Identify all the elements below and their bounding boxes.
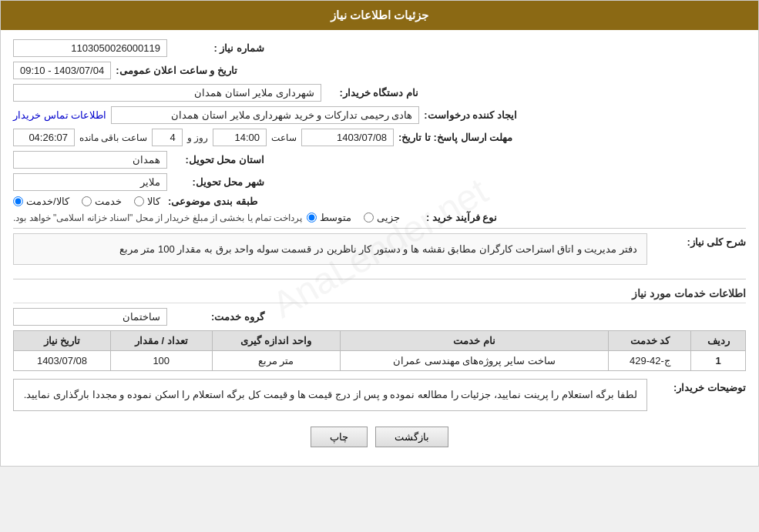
col-unit: واحد اندازه گیری: [212, 331, 340, 351]
back-button[interactable]: بازگشت: [375, 427, 448, 447]
col-qty: تعداد / مقدار: [110, 331, 212, 351]
action-buttons: بازگشت چاپ: [13, 427, 746, 447]
service-section-title: اطلاعات خدمات مورد نیاز: [13, 287, 746, 303]
cell-row-num: 1: [691, 351, 746, 371]
purchase-type-option-jozei[interactable]: جزیی: [364, 212, 400, 223]
category-label: طبقه بندی موضوعی:: [165, 196, 257, 207]
service-group-row: گروه خدمت: ساختمان: [13, 308, 746, 326]
category-kala-radio[interactable]: [134, 196, 144, 206]
service-group-label: گروه خدمت:: [172, 311, 264, 323]
creator-row: ایجاد کننده درخواست: هادی رحیمی تدارکات …: [13, 106, 746, 124]
col-date: تاریخ نیاز: [14, 331, 111, 351]
deadline-remaining-label: ساعت باقی مانده: [79, 132, 147, 143]
purchase-type-radio-group: جزیی متوسط: [307, 212, 400, 223]
purchase-type-jozei-label: جزیی: [377, 212, 400, 223]
need-number-label: شماره نیاز :: [172, 42, 264, 54]
deadline-days-value: 4: [152, 129, 183, 146]
category-radio-group: کالا خدمت کالا/خدمت: [13, 196, 160, 207]
city-value: ملایر: [13, 173, 167, 191]
buyer-org-value: شهرداری ملایر استان همدان: [13, 84, 321, 102]
buyer-notes-value: لطفا برگه استعلام را پرینت نمایید، جزئیا…: [13, 379, 647, 410]
category-kala-khedmat-label: کالا/خدمت: [26, 196, 69, 207]
announce-label: تاریخ و ساعت اعلان عمومی:: [116, 65, 237, 76]
purchase-type-motavasset-label: متوسط: [320, 212, 351, 223]
city-row: شهر محل تحویل: ملایر: [13, 173, 746, 191]
buyer-notes-label: توضیحات خریدار:: [653, 382, 746, 393]
purchase-type-jozei-radio[interactable]: [364, 212, 374, 223]
service-table: ردیف کد خدمت نام خدمت واحد اندازه گیری ت…: [13, 330, 746, 371]
need-desc-label: شرح کلی نیاز:: [653, 236, 746, 248]
purchase-type-option-motavasset[interactable]: متوسط: [307, 212, 351, 223]
deadline-label: مهلت ارسال پاسخ: تا تاریخ:: [398, 132, 512, 143]
cell-code: ج-42-429: [609, 351, 691, 371]
creator-value: هادی رحیمی تدارکات و خرید شهرداری ملایر …: [111, 106, 419, 124]
deadline-remaining-value: 04:26:07: [13, 129, 75, 146]
creator-contact-link[interactable]: اطلاعات تماس خریدار: [13, 109, 106, 121]
purchase-type-note: پرداخت تمام یا بخشی از مبلغ خریدار از مح…: [13, 212, 302, 223]
cell-unit: متر مربع: [212, 351, 340, 371]
purchase-type-motavasset-radio[interactable]: [307, 212, 317, 223]
print-button[interactable]: چاپ: [311, 427, 368, 447]
need-number-row: شماره نیاز : 1103050026000119: [13, 39, 746, 57]
purchase-type-row: نوع فرآیند خرید : جزیی متوسط پرداخت تمام…: [13, 212, 746, 223]
service-group-value: ساختمان: [13, 308, 167, 326]
province-label: استان محل تحویل:: [172, 154, 264, 166]
col-row: ردیف: [691, 331, 746, 351]
deadline-time-label: ساعت: [271, 132, 297, 143]
announce-row: تاریخ و ساعت اعلان عمومی: 1403/07/04 - 0…: [13, 62, 746, 79]
col-name: نام خدمت: [340, 331, 609, 351]
deadline-days-label: روز و: [187, 132, 208, 143]
province-value: همدان: [13, 151, 167, 169]
category-kala-label: کالا: [147, 196, 160, 207]
need-number-value: 1103050026000119: [13, 39, 167, 57]
creator-label: ایجاد کننده درخواست:: [424, 109, 517, 121]
col-code: کد خدمت: [609, 331, 691, 351]
category-kala-khedmat-radio[interactable]: [13, 196, 23, 206]
need-desc-value: دفتر مدیریت و اتاق استراحت کارگران مطابق…: [13, 233, 647, 265]
cell-date: 1403/07/08: [14, 351, 111, 371]
province-row: استان محل تحویل: همدان: [13, 151, 746, 169]
deadline-time-value: 14:00: [213, 129, 267, 146]
category-option-kala[interactable]: کالا: [134, 196, 160, 207]
purchase-type-label: نوع فرآیند خرید :: [405, 212, 497, 223]
category-option-khedmat[interactable]: خدمت: [82, 196, 122, 207]
cell-qty: 100: [110, 351, 212, 371]
category-option-kala-khedmat[interactable]: کالا/خدمت: [13, 196, 69, 207]
category-khedmat-radio[interactable]: [82, 196, 92, 206]
category-khedmat-label: خدمت: [95, 196, 122, 207]
announce-value: 1403/07/04 - 09:10: [13, 62, 111, 79]
cell-name: ساخت سایر پروژه‌های مهندسی عمران: [340, 351, 609, 371]
deadline-date-value: 1403/07/08: [301, 129, 394, 146]
category-row: طبقه بندی موضوعی: کالا خدمت کالا/خدمت: [13, 196, 746, 207]
deadline-row: مهلت ارسال پاسخ: تا تاریخ: 1403/07/08 سا…: [13, 129, 746, 146]
buyer-org-row: نام دستگاه خریدار: شهرداری ملایر استان ه…: [13, 84, 746, 102]
table-row: 1 ج-42-429 ساخت سایر پروژه‌های مهندسی عم…: [14, 351, 746, 371]
buyer-org-label: نام دستگاه خریدار:: [326, 87, 418, 99]
city-label: شهر محل تحویل:: [172, 176, 264, 188]
page-title: جزئیات اطلاعات نیاز: [1, 1, 758, 30]
